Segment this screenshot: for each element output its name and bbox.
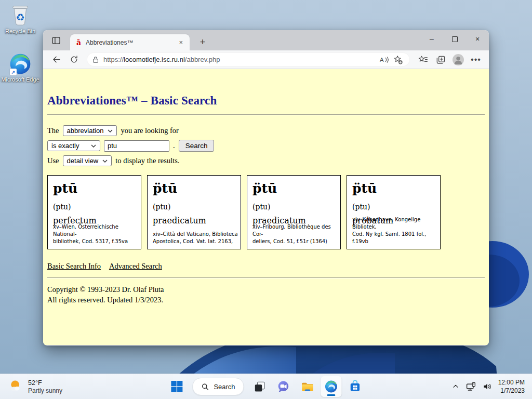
active-app-indicator [327, 394, 336, 396]
taskbar: 52°F Partly sunny Search [0, 374, 532, 399]
abbreviation-gloss: (ptu) [252, 203, 335, 211]
form-text: to display the results. [115, 156, 179, 165]
abbreviation-gloss: (ptu) [153, 203, 235, 211]
browser-tab[interactable]: ā Abbreviationes™ × [70, 34, 190, 50]
edge-taskbar-button[interactable] [321, 376, 342, 397]
taskbar-search-label: Search [214, 383, 235, 391]
shortcut-arrow-icon: ↗ [10, 69, 17, 75]
url-text: https://locomotiefje.isc.ru.nl/abbrev.ph… [103, 56, 378, 63]
desktop-icon-recycle-bin[interactable]: ♻ Recycle Bin [1, 3, 40, 35]
desktop-icon-label: Microsoft Edge [1, 76, 39, 84]
read-aloud-button[interactable]: A [378, 54, 391, 66]
chevron-down-icon [108, 129, 113, 132]
collections-icon [435, 55, 446, 65]
divider [47, 277, 485, 278]
desktop-icon-label: Recycle Bin [5, 28, 35, 35]
manuscript-citation: xv–Wien, Österreichische National- bibli… [53, 223, 138, 245]
query-input[interactable] [104, 140, 169, 152]
weather-temperature: 52°F [28, 379, 62, 387]
minimize-button[interactable]: – [420, 30, 443, 48]
file-explorer-button[interactable] [297, 376, 318, 397]
favorites-button[interactable] [415, 52, 431, 67]
page-title: Abbreviationes™ – Basic Search [47, 94, 485, 108]
footer-links: Basic Search Info Advanced Search [47, 262, 485, 271]
page-content: Abbreviationes™ – Basic Search The abbre… [43, 69, 489, 345]
chat-icon [277, 380, 290, 393]
new-tab-button[interactable]: + [196, 35, 209, 49]
favorites-star-icon [418, 55, 428, 65]
tray-chevron-up-icon[interactable] [451, 382, 460, 391]
form-text: you are looking for [121, 126, 179, 135]
search-form-line-1: The abbreviation you are looking for [47, 125, 485, 136]
address-bar[interactable]: https://locomotiefje.isc.ru.nl/abbrev.ph… [87, 52, 410, 66]
match-select[interactable]: is exactly [47, 140, 100, 151]
view-select[interactable]: detail view [63, 155, 112, 166]
taskbar-search[interactable]: Search [192, 378, 244, 395]
collections-button[interactable] [433, 52, 448, 67]
ellipsis-icon: ••• [471, 55, 481, 64]
partly-sunny-icon [8, 379, 24, 394]
desktop-icon-microsoft-edge[interactable]: ↗ Microsoft Edge [1, 52, 40, 84]
abbreviation-glyph: ptū [53, 182, 136, 195]
close-window-button[interactable]: × [466, 30, 489, 48]
view-select-value: detail view [67, 157, 99, 165]
workspaces-icon [51, 35, 61, 46]
advanced-search-link[interactable]: Advanced Search [109, 262, 162, 270]
start-button[interactable] [166, 376, 187, 397]
results-row: ptū (ptu) perfectum xv–Wien, Österreichi… [47, 175, 485, 249]
add-favorite-button[interactable] [391, 54, 405, 66]
refresh-icon [70, 55, 78, 64]
desktop: ♻ Recycle Bin ↗ Microsoft Edge [0, 0, 532, 399]
search-button[interactable]: Search [179, 140, 215, 152]
basic-search-info-link[interactable]: Basic Search Info [47, 262, 101, 270]
tab-close-button[interactable]: × [176, 38, 185, 46]
result-card: p̈tū (ptu) praedicatum xiv–Fribourg, Bib… [247, 175, 341, 249]
profile-button[interactable] [450, 52, 466, 67]
lock-icon [92, 56, 99, 64]
tab-title: Abbreviationes™ [86, 39, 176, 46]
weather-widget[interactable]: 52°F Partly sunny [5, 376, 65, 397]
result-card: ptū (ptu) perfectum xv–Wien, Österreichi… [47, 175, 141, 249]
svg-text:♻: ♻ [16, 11, 24, 23]
chat-button[interactable] [273, 376, 294, 397]
chevron-down-icon [91, 144, 96, 148]
url-path: /abbrev.php [185, 56, 220, 63]
tab-actions-menu-button[interactable] [49, 34, 63, 47]
maximize-button[interactable] [443, 30, 466, 48]
field-select[interactable]: abbreviation [63, 125, 117, 136]
result-card: p̈tū (ptu) probatum xiv–København, Konge… [347, 175, 441, 249]
taskbar-center: Search [166, 376, 365, 397]
divider [47, 114, 485, 115]
weather-condition: Partly sunny [28, 387, 62, 394]
svg-text:A: A [380, 56, 384, 62]
refresh-button[interactable] [66, 52, 82, 67]
back-arrow-icon [51, 55, 61, 64]
task-view-icon [254, 381, 265, 393]
search-icon [201, 383, 209, 391]
result-card: p̈tū (ptu) praedicatum xiv–Città del Vat… [147, 175, 241, 249]
settings-more-button[interactable]: ••• [468, 52, 484, 67]
volume-icon[interactable] [482, 381, 493, 392]
clock-date: 1/7/2023 [498, 387, 525, 395]
form-text: The [47, 126, 59, 135]
manuscript-citation: xiv–København, Kongelige Bibliotek, Cod.… [352, 216, 437, 245]
browser-toolbar: https://locomotiefje.isc.ru.nl/abbrev.ph… [43, 50, 489, 69]
chevron-down-icon [102, 159, 108, 163]
star-plus-icon [393, 55, 403, 65]
abbreviation-expansion: praedicatum [153, 216, 235, 225]
microsoft-store-icon [349, 380, 362, 393]
copyright-line-1: Copyright © 1993-2023 Dr. Olaf Pluta [47, 285, 485, 295]
browser-window: ā Abbreviationes™ × + – × [43, 30, 489, 345]
clock-time: 12:00 PM [498, 378, 525, 387]
maximize-icon [452, 36, 458, 42]
microsoft-store-button[interactable] [345, 376, 366, 397]
form-text: Use [47, 156, 59, 165]
copyright: Copyright © 1993-2023 Dr. Olaf Pluta All… [47, 285, 485, 305]
file-explorer-icon [300, 380, 314, 394]
back-button[interactable] [48, 52, 64, 67]
taskbar-clock[interactable]: 12:00 PM 1/7/2023 [498, 378, 525, 395]
match-select-value: is exactly [51, 142, 79, 150]
task-view-button[interactable] [249, 376, 270, 397]
network-icon[interactable] [466, 381, 476, 392]
recycle-bin-icon: ♻ [8, 3, 32, 27]
